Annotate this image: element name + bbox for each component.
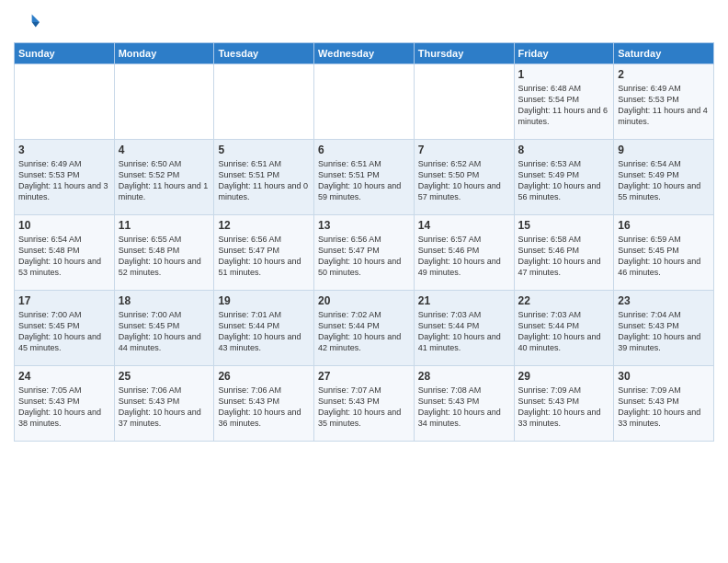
day-cell	[15, 64, 115, 140]
day-cell: 30Sunrise: 7:09 AM Sunset: 5:43 PM Dayli…	[614, 366, 714, 442]
day-cell	[114, 64, 214, 140]
logo-icon	[14, 9, 40, 35]
day-info: Sunrise: 6:55 AM Sunset: 5:48 PM Dayligh…	[119, 234, 210, 279]
day-info: Sunrise: 7:01 AM Sunset: 5:44 PM Dayligh…	[218, 309, 310, 354]
day-number: 6	[318, 144, 410, 156]
day-number: 8	[518, 144, 610, 156]
day-info: Sunrise: 7:07 AM Sunset: 5:43 PM Dayligh…	[318, 385, 410, 430]
day-cell: 23Sunrise: 7:04 AM Sunset: 5:43 PM Dayli…	[614, 291, 714, 366]
day-number: 2	[618, 68, 710, 81]
day-info: Sunrise: 7:00 AM Sunset: 5:45 PM Dayligh…	[18, 309, 110, 354]
day-cell: 5Sunrise: 6:51 AM Sunset: 5:51 PM Daylig…	[214, 140, 314, 215]
day-cell: 25Sunrise: 7:06 AM Sunset: 5:43 PM Dayli…	[114, 366, 214, 442]
day-info: Sunrise: 6:56 AM Sunset: 5:47 PM Dayligh…	[218, 234, 310, 279]
day-cell: 1Sunrise: 6:48 AM Sunset: 5:54 PM Daylig…	[514, 64, 614, 140]
logo	[14, 9, 43, 35]
day-info: Sunrise: 6:56 AM Sunset: 5:47 PM Dayligh…	[318, 234, 410, 279]
day-cell: 19Sunrise: 7:01 AM Sunset: 5:44 PM Dayli…	[214, 291, 314, 366]
day-number: 7	[418, 144, 510, 156]
day-cell: 29Sunrise: 7:09 AM Sunset: 5:43 PM Dayli…	[514, 366, 614, 442]
day-info: Sunrise: 7:00 AM Sunset: 5:45 PM Dayligh…	[119, 309, 210, 354]
svg-marker-1	[32, 22, 40, 28]
weekday-header-monday: Monday	[114, 43, 214, 64]
day-number: 29	[518, 370, 610, 383]
day-info: Sunrise: 6:52 AM Sunset: 5:50 PM Dayligh…	[418, 158, 510, 203]
weekday-header-sunday: Sunday	[15, 43, 115, 64]
day-number: 16	[618, 219, 710, 232]
day-info: Sunrise: 7:09 AM Sunset: 5:43 PM Dayligh…	[618, 385, 710, 430]
day-number: 26	[218, 370, 310, 383]
page: SundayMondayTuesdayWednesdayThursdayFrid…	[0, 0, 728, 455]
day-cell: 11Sunrise: 6:55 AM Sunset: 5:48 PM Dayli…	[114, 215, 214, 291]
day-number: 22	[518, 294, 610, 307]
day-cell: 12Sunrise: 6:56 AM Sunset: 5:47 PM Dayli…	[214, 215, 314, 291]
day-cell: 7Sunrise: 6:52 AM Sunset: 5:50 PM Daylig…	[414, 140, 514, 215]
weekday-header-saturday: Saturday	[614, 43, 714, 64]
day-number: 28	[418, 370, 510, 383]
day-cell: 4Sunrise: 6:50 AM Sunset: 5:52 PM Daylig…	[114, 140, 214, 215]
day-number: 19	[218, 294, 310, 307]
day-info: Sunrise: 6:50 AM Sunset: 5:52 PM Dayligh…	[119, 158, 210, 203]
day-info: Sunrise: 7:08 AM Sunset: 5:43 PM Dayligh…	[418, 385, 510, 430]
day-info: Sunrise: 7:06 AM Sunset: 5:43 PM Dayligh…	[119, 385, 210, 430]
day-cell: 16Sunrise: 6:59 AM Sunset: 5:45 PM Dayli…	[614, 215, 714, 291]
day-number: 27	[318, 370, 410, 383]
day-number: 30	[618, 370, 710, 383]
day-number: 20	[318, 294, 410, 307]
day-cell: 27Sunrise: 7:07 AM Sunset: 5:43 PM Dayli…	[314, 366, 415, 442]
header	[14, 9, 714, 35]
day-info: Sunrise: 7:03 AM Sunset: 5:44 PM Dayligh…	[518, 309, 610, 354]
day-info: Sunrise: 7:09 AM Sunset: 5:43 PM Dayligh…	[518, 385, 610, 430]
day-cell	[414, 64, 514, 140]
day-info: Sunrise: 6:51 AM Sunset: 5:51 PM Dayligh…	[218, 158, 310, 203]
weekday-header-friday: Friday	[514, 43, 614, 64]
day-number: 15	[518, 219, 610, 232]
day-info: Sunrise: 6:58 AM Sunset: 5:46 PM Dayligh…	[518, 234, 610, 279]
day-cell: 26Sunrise: 7:06 AM Sunset: 5:43 PM Dayli…	[214, 366, 314, 442]
day-cell: 6Sunrise: 6:51 AM Sunset: 5:51 PM Daylig…	[314, 140, 415, 215]
day-number: 13	[318, 219, 410, 232]
day-number: 18	[119, 294, 210, 307]
day-number: 3	[18, 144, 110, 156]
week-row-4: 17Sunrise: 7:00 AM Sunset: 5:45 PM Dayli…	[15, 291, 714, 366]
day-number: 21	[418, 294, 510, 307]
day-number: 17	[18, 294, 110, 307]
weekday-header-row: SundayMondayTuesdayWednesdayThursdayFrid…	[15, 43, 714, 64]
weekday-header-wednesday: Wednesday	[314, 43, 415, 64]
day-cell: 18Sunrise: 7:00 AM Sunset: 5:45 PM Dayli…	[114, 291, 214, 366]
day-info: Sunrise: 7:02 AM Sunset: 5:44 PM Dayligh…	[318, 309, 410, 354]
day-cell	[314, 64, 415, 140]
day-cell: 28Sunrise: 7:08 AM Sunset: 5:43 PM Dayli…	[414, 366, 514, 442]
svg-marker-0	[32, 15, 40, 22]
day-cell: 14Sunrise: 6:57 AM Sunset: 5:46 PM Dayli…	[414, 215, 514, 291]
day-cell	[214, 64, 314, 140]
day-info: Sunrise: 6:54 AM Sunset: 5:49 PM Dayligh…	[618, 158, 710, 203]
day-cell: 3Sunrise: 6:49 AM Sunset: 5:53 PM Daylig…	[15, 140, 115, 215]
day-info: Sunrise: 6:48 AM Sunset: 5:54 PM Dayligh…	[518, 83, 610, 128]
day-number: 10	[18, 219, 110, 232]
day-cell: 15Sunrise: 6:58 AM Sunset: 5:46 PM Dayli…	[514, 215, 614, 291]
week-row-1: 1Sunrise: 6:48 AM Sunset: 5:54 PM Daylig…	[15, 64, 714, 140]
day-number: 9	[618, 144, 710, 156]
day-info: Sunrise: 6:49 AM Sunset: 5:53 PM Dayligh…	[618, 83, 710, 128]
day-cell: 8Sunrise: 6:53 AM Sunset: 5:49 PM Daylig…	[514, 140, 614, 215]
day-info: Sunrise: 6:54 AM Sunset: 5:48 PM Dayligh…	[18, 234, 110, 279]
day-number: 4	[119, 144, 210, 156]
day-cell: 20Sunrise: 7:02 AM Sunset: 5:44 PM Dayli…	[314, 291, 415, 366]
day-number: 11	[119, 219, 210, 232]
weekday-header-tuesday: Tuesday	[214, 43, 314, 64]
weekday-header-thursday: Thursday	[414, 43, 514, 64]
day-cell: 17Sunrise: 7:00 AM Sunset: 5:45 PM Dayli…	[15, 291, 115, 366]
day-cell: 22Sunrise: 7:03 AM Sunset: 5:44 PM Dayli…	[514, 291, 614, 366]
day-number: 23	[618, 294, 710, 307]
day-info: Sunrise: 6:59 AM Sunset: 5:45 PM Dayligh…	[618, 234, 710, 279]
day-cell: 13Sunrise: 6:56 AM Sunset: 5:47 PM Dayli…	[314, 215, 415, 291]
day-info: Sunrise: 6:49 AM Sunset: 5:53 PM Dayligh…	[18, 158, 110, 203]
day-cell: 9Sunrise: 6:54 AM Sunset: 5:49 PM Daylig…	[614, 140, 714, 215]
day-cell: 10Sunrise: 6:54 AM Sunset: 5:48 PM Dayli…	[15, 215, 115, 291]
week-row-2: 3Sunrise: 6:49 AM Sunset: 5:53 PM Daylig…	[15, 140, 714, 215]
day-number: 12	[218, 219, 310, 232]
day-info: Sunrise: 7:05 AM Sunset: 5:43 PM Dayligh…	[18, 385, 110, 430]
day-info: Sunrise: 6:51 AM Sunset: 5:51 PM Dayligh…	[318, 158, 410, 203]
day-number: 14	[418, 219, 510, 232]
